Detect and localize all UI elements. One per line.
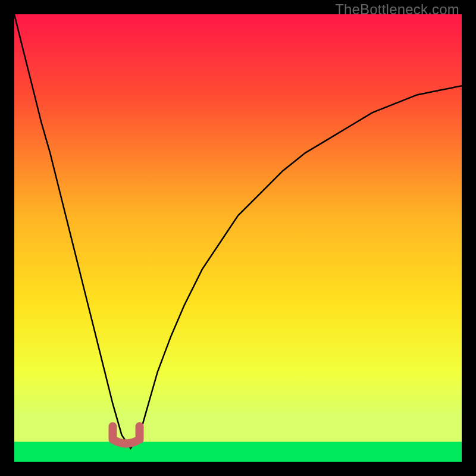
chart-background-gradient [14, 14, 462, 462]
chart-frame [14, 14, 462, 462]
bottleneck-chart [14, 14, 462, 462]
